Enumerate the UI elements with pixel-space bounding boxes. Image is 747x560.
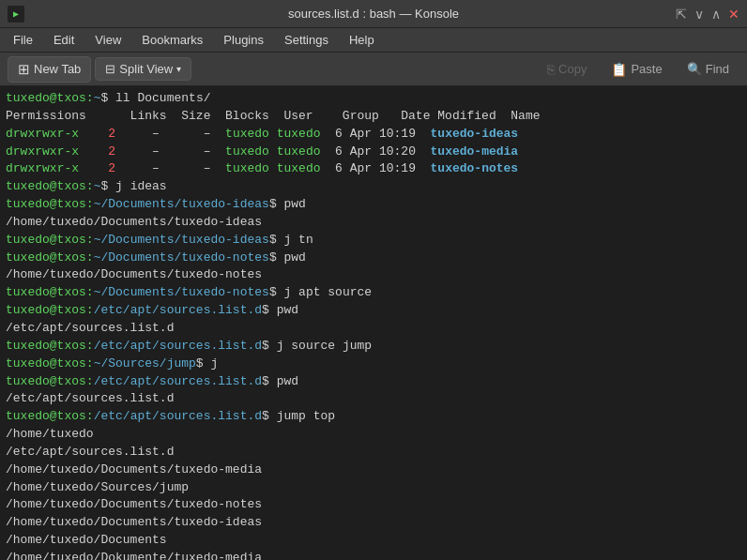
- copy-button[interactable]: ⎘ Copy: [537, 57, 597, 82]
- menu-edit[interactable]: Edit: [44, 31, 84, 49]
- copy-icon: ⎘: [547, 62, 555, 77]
- split-view-icon: ⊟: [105, 62, 115, 76]
- minimize-button[interactable]: ⇱: [676, 8, 687, 21]
- menu-bar: File Edit View Bookmarks Plugins Setting…: [0, 28, 747, 53]
- toolbar: ⊞ New Tab ⊟ Split View ▾ ⎘ Copy 📋 Paste …: [0, 53, 747, 86]
- menu-view[interactable]: View: [85, 31, 130, 49]
- terminal-line: tuxedo@txos:~$ j ideas: [6, 178, 741, 196]
- terminal-area[interactable]: tuxedo@txos:~$ ll Documents/ Permissions…: [0, 86, 747, 560]
- terminal-line: /home/tuxedo/Documents/tuxedo-ideas: [6, 214, 741, 232]
- terminal-line: /etc/apt/sources.list.d: [6, 390, 741, 408]
- terminal-line: tuxedo@txos:/etc/apt/sources.list.d$ pwd: [6, 302, 741, 320]
- terminal-line: /etc/apt/sources.list.d: [6, 444, 741, 462]
- terminal-line: /home/tuxedo/Dokumente/tuxedo-media: [6, 550, 741, 560]
- app-icon-symbol: ▶: [13, 8, 19, 20]
- find-icon: 🔍: [687, 62, 702, 76]
- paste-label: Paste: [631, 62, 662, 76]
- menu-bookmarks[interactable]: Bookmarks: [132, 31, 212, 49]
- terminal-line: tuxedo@txos:~$ ll Documents/: [6, 90, 741, 108]
- terminal-line: /home/tuxedo/Documents: [6, 532, 741, 550]
- maximize-button[interactable]: ∧: [711, 8, 721, 21]
- terminal-line: drwxrwxr-x 2 – – tuxedo tuxedo 6 Apr 10:…: [6, 160, 741, 178]
- app-icon: ▶: [8, 6, 24, 23]
- terminal-line: tuxedo@txos:~/Documents/tuxedo-notes$ pw…: [6, 250, 741, 267]
- terminal-line: drwxrwxr-x 2 – – tuxedo tuxedo 6 Apr 10:…: [6, 126, 741, 144]
- new-tab-label: New Tab: [34, 62, 81, 76]
- copy-label: Copy: [558, 62, 587, 76]
- terminal-line: /home/tuxedo/Documents/tuxedo-ideas: [6, 514, 741, 532]
- split-view-chevron: ▾: [176, 64, 181, 74]
- terminal-line: tuxedo@txos:/etc/apt/sources.list.d$ pwd: [6, 373, 741, 391]
- split-view-button[interactable]: ⊟ Split View ▾: [95, 57, 191, 81]
- new-tab-button[interactable]: ⊞ New Tab: [8, 56, 91, 83]
- terminal-line: /home/tuxedo/Sources/jump: [6, 479, 741, 497]
- close-button[interactable]: ✕: [728, 8, 739, 21]
- terminal-line: tuxedo@txos:~/Sources/jump$ j: [6, 356, 741, 373]
- window-controls: ⇱ ∨ ∧ ✕: [676, 8, 739, 21]
- paste-button[interactable]: 📋 Paste: [601, 57, 672, 82]
- terminal-line: tuxedo@txos:~/Documents/tuxedo-notes$ j …: [6, 284, 741, 302]
- find-button[interactable]: 🔍 Find: [677, 57, 739, 82]
- terminal-line: /home/tuxedo: [6, 426, 741, 444]
- terminal-line: drwxrwxr-x 2 – – tuxedo tuxedo 6 Apr 10:…: [6, 144, 741, 161]
- menu-file[interactable]: File: [4, 31, 42, 49]
- terminal-line: tuxedo@txos:~/Documents/tuxedo-ideas$ j …: [6, 232, 741, 250]
- restore-button[interactable]: ∨: [694, 8, 704, 21]
- window-title: sources.list.d : bash — Konsole: [288, 7, 459, 21]
- new-tab-icon: ⊞: [18, 61, 30, 78]
- terminal-line: tuxedo@txos:~/Documents/tuxedo-ideas$ pw…: [6, 196, 741, 214]
- menu-settings[interactable]: Settings: [275, 31, 338, 49]
- terminal-line: /home/tuxedo/Documents/tuxedo-notes: [6, 266, 741, 284]
- terminal-line: tuxedo@txos:/etc/apt/sources.list.d$ j s…: [6, 338, 741, 356]
- split-view-label: Split View: [119, 62, 173, 76]
- terminal-line: /home/tuxedo/Documents/tuxedo-media: [6, 462, 741, 479]
- menu-plugins[interactable]: Plugins: [214, 31, 273, 49]
- paste-icon: 📋: [611, 62, 627, 77]
- terminal-line: /home/tuxedo/Documents/tuxedo-notes: [6, 496, 741, 514]
- terminal-line: Permissions Links Size Blocks User Group…: [6, 108, 741, 126]
- title-bar-left: ▶: [8, 6, 24, 23]
- toolbar-actions: ⎘ Copy 📋 Paste 🔍 Find: [537, 57, 739, 82]
- terminal-line: /etc/apt/sources.list.d: [6, 320, 741, 338]
- menu-help[interactable]: Help: [340, 31, 384, 49]
- find-label: Find: [706, 62, 729, 76]
- title-bar: ▶ sources.list.d : bash — Konsole ⇱ ∨ ∧ …: [0, 0, 747, 28]
- terminal-line: tuxedo@txos:/etc/apt/sources.list.d$ jum…: [6, 408, 741, 426]
